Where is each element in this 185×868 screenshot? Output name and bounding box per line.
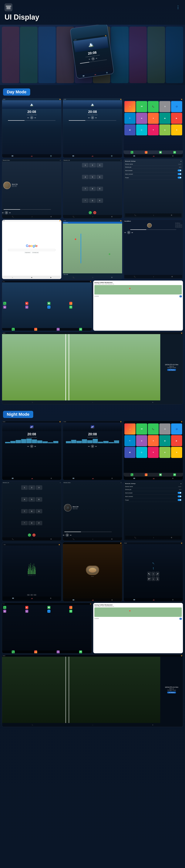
night-telegram[interactable]: ✈ bbox=[125, 435, 135, 446]
more-options-icon[interactable]: ⋮ bbox=[176, 5, 181, 10]
night-dock-2[interactable]: ♪ bbox=[34, 650, 37, 653]
night-dock-msg[interactable]: 💬 bbox=[159, 473, 162, 476]
music-app[interactable]: ♪ bbox=[125, 101, 135, 112]
night-app-nav-2[interactable]: 🚗 bbox=[153, 477, 155, 479]
night-bt-music-close[interactable]: ✕ bbox=[121, 482, 122, 483]
maps-app[interactable]: 🗺 bbox=[136, 101, 147, 112]
ls-msg[interactable]: 💬 bbox=[47, 302, 50, 305]
night-amber[interactable]: ★ bbox=[171, 447, 182, 458]
power-toggle[interactable] bbox=[178, 177, 181, 179]
map-nav-3[interactable]: ⚙ bbox=[111, 277, 112, 278]
night-bt-play[interactable]: ⏸ bbox=[65, 533, 69, 537]
end-call-btn[interactable]: 📵 bbox=[93, 211, 96, 214]
nk-hash[interactable]: # bbox=[36, 521, 42, 525]
key-5[interactable]: 5 bbox=[89, 175, 96, 179]
nroad-1[interactable]: 📧 bbox=[133, 599, 135, 601]
settings-close[interactable]: ✕ bbox=[181, 161, 181, 162]
key-1[interactable]: 1 bbox=[82, 163, 88, 167]
key-7[interactable]: 7 bbox=[82, 187, 88, 191]
key-2[interactable]: 2 bbox=[89, 163, 96, 167]
night-ac-toggle[interactable] bbox=[178, 495, 181, 497]
media-nav-3[interactable]: ⚙ bbox=[111, 599, 113, 601]
bt-nav-1[interactable]: 📞 bbox=[12, 216, 14, 218]
settings-app[interactable]: ⚙ bbox=[159, 101, 170, 112]
bt-music-close[interactable]: ✕ bbox=[60, 160, 60, 161]
night-cyan[interactable]: ◎ bbox=[136, 447, 147, 458]
settings-nav-2[interactable]: ♪ bbox=[153, 214, 154, 216]
night-go-btn[interactable]: GO bbox=[180, 618, 182, 620]
settings-nav-1[interactable]: 📞 bbox=[134, 214, 136, 216]
night-ls-bt[interactable]: 🔵 bbox=[47, 610, 50, 613]
email-icon[interactable]: 📧 bbox=[82, 75, 85, 77]
indigo-app[interactable]: ◉ bbox=[125, 124, 135, 135]
next-2[interactable]: ⏭ bbox=[95, 117, 97, 119]
nav-email[interactable]: 📧 bbox=[133, 155, 135, 157]
road-nav-3[interactable]: ⚙ bbox=[152, 402, 153, 403]
bt-next[interactable]: ⏭ bbox=[9, 212, 11, 214]
prev-2[interactable]: ⏮ bbox=[88, 117, 90, 119]
nk-5[interactable]: 5 bbox=[28, 497, 35, 502]
key-8[interactable]: 8 bbox=[89, 187, 96, 191]
prev-icon[interactable]: ⏮ bbox=[88, 58, 90, 60]
google-fwd[interactable]: ▶ bbox=[50, 277, 52, 278]
key-4[interactable]: 4 bbox=[82, 175, 88, 179]
next-icon[interactable]: ⏭ bbox=[96, 57, 98, 59]
night-nav-btn-2[interactable]: ♪ bbox=[92, 724, 93, 725]
auto-2[interactable]: ⚙️ bbox=[111, 155, 113, 157]
ls-purple[interactable]: ◈ bbox=[25, 306, 28, 309]
bt-call-close[interactable]: ✕ bbox=[121, 160, 122, 161]
nstg-3[interactable]: ⚙ bbox=[171, 537, 172, 538]
night-play-1[interactable]: ⏸ bbox=[30, 444, 33, 448]
dock-maps[interactable]: 🗺 bbox=[173, 151, 176, 154]
key-6[interactable]: 6 bbox=[97, 175, 103, 179]
treble-ctrl[interactable]: Treble bbox=[34, 594, 36, 596]
email-nav[interactable]: 📧 bbox=[11, 155, 14, 157]
wave-nav-2[interactable]: 🚗 bbox=[31, 597, 33, 599]
settings-nav-3[interactable]: ⚙ bbox=[171, 214, 172, 216]
night-dock-1[interactable]: 📞 bbox=[12, 650, 15, 653]
night-next-2[interactable]: ⏭ bbox=[95, 445, 97, 447]
call-nav-2[interactable]: ♪ bbox=[92, 216, 93, 218]
nk-0[interactable]: 0 bbox=[28, 521, 35, 525]
auto-answer-toggle[interactable] bbox=[178, 169, 181, 172]
night-bt-app[interactable]: 🔵 bbox=[171, 424, 182, 435]
menu-button[interactable] bbox=[4, 3, 12, 11]
key-hash[interactable]: # bbox=[97, 198, 103, 203]
night-ls-msg[interactable]: 💬 bbox=[47, 606, 50, 609]
social-prev[interactable]: ⏮ bbox=[125, 232, 126, 234]
turn-down[interactable]: ↓ bbox=[151, 577, 155, 581]
night-end-btn[interactable]: 📵 bbox=[32, 533, 35, 536]
google-search-btn[interactable]: Google Search bbox=[24, 252, 31, 253]
road-nav-2[interactable]: ♪ bbox=[92, 402, 93, 403]
google-back[interactable]: ◀ bbox=[31, 277, 32, 278]
auto-nav[interactable]: ⚙️ bbox=[50, 155, 52, 157]
youtube-app[interactable]: ▶ bbox=[171, 113, 182, 124]
night-nav-btn-3[interactable]: ⚙ bbox=[152, 724, 153, 725]
nk-2[interactable]: 2 bbox=[28, 485, 35, 490]
key-0[interactable]: 0 bbox=[89, 198, 96, 203]
call-nav-3[interactable]: ⚙ bbox=[111, 216, 112, 218]
car-2[interactable]: 🚗 bbox=[91, 155, 94, 157]
play-2[interactable]: ⏸ bbox=[91, 116, 94, 119]
cyan-app[interactable]: ◎ bbox=[136, 124, 147, 135]
social-nav-1[interactable]: 📞 bbox=[134, 276, 136, 278]
media-nav-2[interactable]: 🚗 bbox=[92, 599, 94, 601]
nk-3[interactable]: 3 bbox=[36, 485, 42, 490]
auto-connect-toggle[interactable] bbox=[178, 173, 181, 175]
key-3[interactable]: 3 bbox=[97, 163, 103, 167]
turn-up[interactable]: ↑ bbox=[151, 571, 155, 576]
next-btn[interactable]: ⏭ bbox=[34, 117, 36, 119]
night-phone-app[interactable]: 📞 bbox=[148, 424, 159, 435]
map-nav-1[interactable]: 📞 bbox=[73, 277, 75, 278]
bt-nav-2[interactable]: ♪ bbox=[32, 216, 32, 218]
night-nav-btn-1[interactable]: 📞 bbox=[32, 724, 33, 725]
night-teal[interactable]: ◆ bbox=[159, 435, 170, 446]
turn-left[interactable]: ↖ bbox=[147, 571, 151, 576]
waze-app[interactable]: ◈ bbox=[136, 113, 147, 124]
ls-phone[interactable]: 📞 bbox=[3, 302, 6, 305]
nbtm-1[interactable]: 📞 bbox=[73, 538, 75, 540]
auto-icon[interactable]: ⚙️ bbox=[106, 72, 108, 73]
night-dock-maps[interactable]: 🗺 bbox=[173, 473, 176, 476]
call-nav-1[interactable]: 📞 bbox=[73, 216, 75, 218]
night-nav-2[interactable]: 🚗 bbox=[31, 477, 33, 479]
